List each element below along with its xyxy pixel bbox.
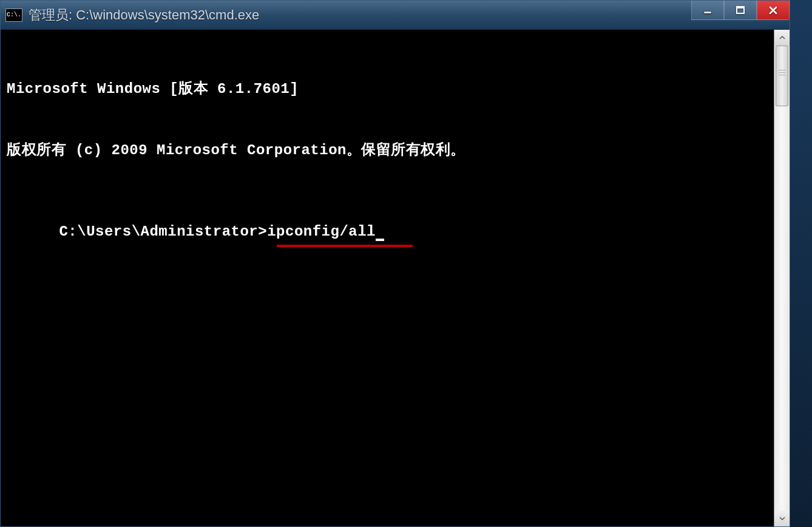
cmd-window: C:\. 管理员: C:\windows\system32\cmd.exe [0,0,790,527]
scroll-thumb[interactable] [776,46,788,106]
console-area: Microsoft Windows [版本 6.1.7601] 版权所有 (c)… [1,30,790,526]
close-icon [768,5,779,16]
console-prompt-line: C:\Users\Administrator>ipconfig/all [59,222,384,242]
svg-rect-0 [704,12,711,13]
maximize-button[interactable] [724,1,757,20]
close-button[interactable] [757,1,790,20]
command-underline [277,245,413,247]
minimize-button[interactable] [691,1,724,20]
console-output-line: Microsoft Windows [版本 6.1.7601] [7,79,768,100]
window-title: 管理员: C:\windows\system32\cmd.exe [29,6,259,24]
console-output-line: 版权所有 (c) 2009 Microsoft Corporation。保留所有… [7,140,768,161]
cursor [376,239,384,241]
maximize-icon [736,5,745,15]
scroll-down-button[interactable] [774,511,790,526]
cmd-icon: C:\. [5,8,22,22]
scroll-track[interactable] [774,46,790,511]
command-text: ipconfig/all [267,223,376,240]
cmd-icon-text: C:\. [7,12,21,18]
chevron-down-icon [779,515,786,522]
prompt-text: C:\Users\Administrator> [59,223,267,240]
console-content[interactable]: Microsoft Windows [版本 6.1.7601] 版权所有 (c)… [1,30,774,526]
minimize-icon [703,5,712,15]
svg-rect-2 [737,7,744,8]
title-bar[interactable]: C:\. 管理员: C:\windows\system32\cmd.exe [1,1,790,30]
window-controls [691,1,790,20]
scroll-up-button[interactable] [774,30,790,46]
chevron-up-icon [779,34,786,41]
vertical-scrollbar[interactable] [774,30,790,526]
